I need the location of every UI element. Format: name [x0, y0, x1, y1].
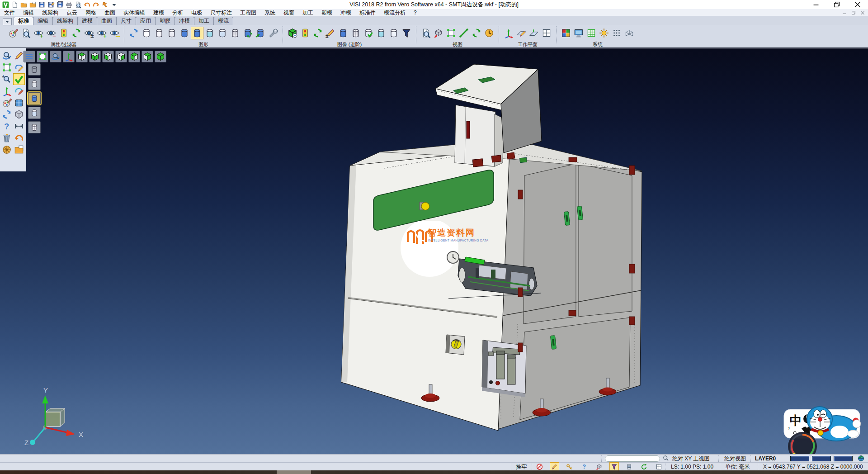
tab-建模[interactable]: 建模: [77, 17, 97, 25]
menu-12[interactable]: 工程图: [236, 9, 260, 16]
solid-image-icon[interactable]: [337, 27, 349, 39]
menu-14[interactable]: 视窗: [279, 9, 298, 16]
solid-preview-icon[interactable]: [14, 109, 24, 120]
tab-曲面[interactable]: 曲面: [97, 17, 117, 25]
tab-尺寸[interactable]: 尺寸: [116, 17, 136, 25]
perspective-icon[interactable]: [623, 27, 635, 39]
menu-1[interactable]: 文件: [0, 9, 19, 16]
redo-icon[interactable]: [92, 1, 100, 9]
refresh-visibility-icon[interactable]: [71, 27, 82, 39]
wireframe-mode-button[interactable]: [28, 63, 41, 76]
attributes-report-icon[interactable]: [20, 27, 32, 39]
menu-11[interactable]: 尺寸标注: [206, 9, 236, 16]
navigator-icon[interactable]: [1, 144, 12, 155]
origin-axes-icon[interactable]: [1, 85, 12, 96]
mesh-style-icon[interactable]: [229, 27, 241, 39]
delete-icon[interactable]: [1, 133, 12, 143]
zoom-extents-icon[interactable]: [37, 51, 48, 62]
measure-icon[interactable]: [14, 121, 24, 132]
transparent-style-icon[interactable]: [204, 27, 216, 39]
view-axes-icon[interactable]: [63, 51, 75, 62]
menu-7[interactable]: 实体编辑: [119, 9, 149, 16]
new-icon[interactable]: [11, 1, 19, 9]
menu-2[interactable]: 编辑: [19, 9, 38, 16]
menu-4[interactable]: 点云: [62, 9, 81, 16]
menu-8[interactable]: 建模: [149, 9, 168, 16]
key-lock-icon[interactable]: [565, 463, 574, 471]
3d-viewport[interactable]: 智造资料网 INTELLIGENT MANUFACTURING DATA Y X…: [0, 48, 868, 454]
globe-icon[interactable]: [857, 455, 865, 462]
help-icon[interactable]: ?: [1, 121, 12, 132]
context-help-icon[interactable]: ?: [580, 463, 589, 471]
mdi-restore-button[interactable]: [850, 10, 857, 16]
print-icon[interactable]: [65, 1, 73, 9]
absolute-view-label[interactable]: 绝对视图: [724, 455, 746, 462]
search-icon[interactable]: [663, 455, 669, 462]
shaded-mode-button[interactable]: [28, 92, 41, 104]
tab-线架构[interactable]: 线架构: [52, 17, 78, 25]
menu-16[interactable]: 塑模: [317, 9, 336, 16]
insert-file-icon[interactable]: [29, 1, 37, 9]
grid-settings-icon[interactable]: [585, 27, 597, 39]
ghost-mode-button[interactable]: [28, 107, 41, 119]
color-swatch-1[interactable]: [790, 456, 809, 461]
search-input[interactable]: [605, 455, 660, 462]
zoom-window-icon[interactable]: [420, 27, 432, 39]
dashed-style-icon[interactable]: [166, 27, 178, 39]
advanced-refresh-icon[interactable]: [312, 27, 324, 39]
menu-6[interactable]: 曲面: [100, 9, 119, 16]
view-frame-icon[interactable]: [445, 27, 457, 39]
menu-9[interactable]: 分析: [168, 9, 187, 16]
workplane-edit-icon[interactable]: [515, 27, 527, 39]
minimize-button[interactable]: [806, 0, 826, 9]
color-palette-icon[interactable]: [560, 27, 572, 39]
measure-view-icon[interactable]: [458, 27, 470, 39]
clip-box-icon[interactable]: [388, 27, 400, 39]
filter-funnel-icon[interactable]: [401, 27, 412, 39]
save-icon[interactable]: [38, 1, 46, 9]
tab-应用[interactable]: 应用: [136, 17, 156, 25]
render-settings-icon[interactable]: [598, 27, 610, 39]
workplane-grid-icon[interactable]: [541, 27, 552, 39]
clip-plane-icon[interactable]: [375, 27, 387, 39]
mdi-close-button[interactable]: [859, 10, 866, 16]
style-settings-icon[interactable]: [267, 27, 279, 39]
copy-style-icon[interactable]: [255, 27, 266, 39]
tab-overflow-caret[interactable]: [3, 18, 12, 25]
zoom-dynamic-icon[interactable]: [50, 51, 61, 62]
menu-10[interactable]: 电极: [187, 9, 206, 16]
history-icon[interactable]: [101, 1, 109, 9]
auto-rotate-icon[interactable]: [640, 463, 648, 471]
open-part-icon[interactable]: [14, 144, 24, 155]
menu-3[interactable]: 线架构: [38, 9, 62, 16]
regenerate-icon[interactable]: [128, 27, 140, 39]
view-right-cube-icon[interactable]: [115, 51, 127, 62]
flat-style-icon[interactable]: [217, 27, 228, 39]
grid-toggle-icon[interactable]: [655, 463, 663, 471]
tab-加工[interactable]: 加工: [194, 17, 214, 25]
hide-all-icon[interactable]: —: [108, 27, 120, 39]
menu-17[interactable]: 冲模: [336, 9, 355, 16]
menu-18[interactable]: 标准件: [355, 9, 380, 16]
undo-step-icon[interactable]: [14, 133, 24, 143]
ime-widget[interactable]: 中 ’: [775, 356, 868, 454]
shaded-style-icon[interactable]: [179, 27, 190, 39]
curve-edit-icon[interactable]: [14, 85, 24, 96]
tab-标准[interactable]: 标准: [14, 17, 33, 25]
layers-palette-icon[interactable]: [1, 97, 12, 108]
mdi-minimize-button[interactable]: [841, 10, 848, 16]
visi-logo[interactable]: [2, 1, 9, 9]
quickbar-options-icon[interactable]: [110, 1, 118, 9]
confirm-icon[interactable]: [14, 74, 24, 85]
view-orientation-label[interactable]: 绝对 XY 上视图: [672, 455, 709, 462]
refresh-view-icon[interactable]: [471, 27, 482, 39]
menu-13[interactable]: 系统: [260, 9, 279, 16]
menu-15[interactable]: 加工: [298, 9, 317, 16]
grid-window-icon[interactable]: [14, 97, 24, 108]
view-bottom-cube-icon[interactable]: [89, 51, 101, 62]
mesh-mode-button[interactable]: [28, 121, 41, 133]
edit-image-icon[interactable]: ±: [325, 27, 336, 39]
view-left-cube-icon[interactable]: [128, 51, 140, 62]
show-all-icon[interactable]: +: [96, 27, 108, 39]
dynamic-image-icon[interactable]: [287, 27, 298, 39]
